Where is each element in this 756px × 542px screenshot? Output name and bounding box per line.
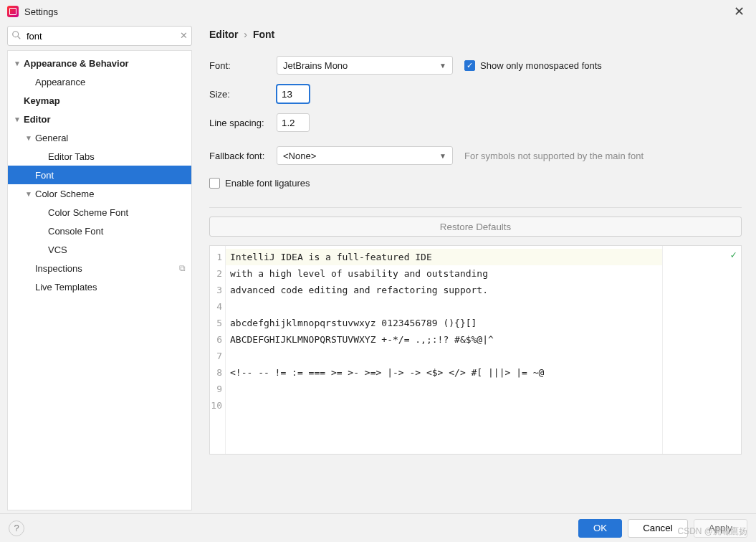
checkbox-icon (209, 178, 220, 189)
search-icon (11, 30, 21, 40)
chevron-down-icon: ▼ (12, 115, 22, 123)
svg-line-1 (18, 37, 21, 39)
settings-tree: ▼Appearance & BehaviorAppearanceKeymap▼E… (7, 50, 192, 510)
tree-item-label: Color Scheme (35, 189, 94, 199)
preview-line: IntelliJ IDEA is a full-featured IDE (226, 249, 662, 265)
check-icon: ✓ (731, 249, 737, 260)
search-wrap: ✕ (7, 26, 192, 46)
fallback-value: <None> (283, 151, 316, 161)
font-value: JetBrains Mono (283, 60, 348, 71)
gutter: 12345678910 (210, 246, 226, 454)
tree-item-label: Editor Tabs (48, 151, 95, 162)
chevron-down-icon: ▼ (439, 62, 446, 70)
tree-item-label: Editor (24, 114, 51, 125)
footer: ? OK Cancel Apply (0, 513, 756, 542)
preview-line: advanced code editing and refactoring su… (230, 282, 658, 298)
help-button[interactable]: ? (9, 520, 24, 536)
tree-item-label: Console Font (48, 226, 103, 237)
search-input[interactable] (7, 26, 192, 46)
font-label: Font: (209, 60, 277, 71)
titlebar: Settings ✕ (0, 0, 756, 23)
fallback-label: Fallback font: (209, 151, 277, 161)
tree-item-label: Color Scheme Font (48, 207, 128, 218)
tree-item-keymap[interactable]: Keymap (8, 91, 191, 110)
line-number: 9 (210, 381, 222, 397)
line-number: 6 (210, 331, 222, 348)
tree-item-inspections[interactable]: Inspections⧉ (8, 259, 191, 277)
tree-item-editor[interactable]: ▼Editor (8, 110, 191, 128)
window-title: Settings (24, 6, 58, 17)
preview-line (230, 298, 658, 315)
breadcrumb-current: Font (253, 29, 274, 40)
line-number: 10 (210, 397, 222, 414)
line-number: 2 (210, 265, 222, 282)
clear-icon[interactable]: ✕ (180, 30, 188, 41)
apply-button[interactable]: Apply (694, 519, 747, 538)
main-panel: Editor › Font Font: JetBrains Mono ▼ Sho… (198, 26, 749, 510)
size-input[interactable] (277, 85, 310, 103)
chevron-down-icon: ▼ (439, 152, 446, 160)
tree-item-font[interactable]: Font (8, 166, 191, 184)
tree-item-vcs[interactable]: VCS (8, 240, 191, 259)
line-number: 4 (210, 298, 222, 315)
show-monospaced-checkbox[interactable]: Show only monospaced fonts (464, 60, 602, 71)
font-dropdown[interactable]: JetBrains Mono ▼ (277, 56, 453, 75)
tree-item-color-scheme-font[interactable]: Color Scheme Font (8, 203, 191, 222)
restore-defaults-button[interactable]: Restore Defaults (209, 217, 742, 237)
tree-item-label: Appearance & Behavior (24, 58, 129, 69)
line-number: 1 (210, 249, 222, 265)
tree-item-label: Live Templates (35, 282, 97, 293)
checkbox-icon (464, 60, 475, 71)
cancel-button[interactable]: Cancel (628, 519, 688, 538)
close-icon[interactable]: ✕ (729, 2, 749, 21)
line-spacing-label: Line spacing: (209, 118, 277, 128)
divider (209, 207, 742, 208)
preview-code: IntelliJ IDEA is a full-featured IDEwith… (226, 246, 662, 454)
tree-item-editor-tabs[interactable]: Editor Tabs (8, 147, 191, 166)
tree-item-label: Font (35, 170, 54, 181)
size-label: Size: (209, 89, 277, 100)
fallback-hint: For symbols not supported by the main fo… (464, 151, 643, 161)
line-number: 5 (210, 315, 222, 331)
tree-item-label: Appearance (35, 77, 85, 87)
tree-item-general[interactable]: ▼General (8, 128, 191, 147)
sidebar: ✕ ▼Appearance & BehaviorAppearanceKeymap… (7, 26, 192, 510)
tree-item-label: Inspections (35, 263, 82, 274)
tree-item-label: Keymap (24, 95, 60, 106)
preview-line: ABCDEFGHIJKLMNOPQRSTUVWXYZ +-*/= .,;:!? … (230, 331, 658, 348)
preview-right-margin (662, 246, 741, 454)
line-spacing-input[interactable] (277, 113, 310, 132)
preview-line (230, 348, 658, 364)
tree-item-label: VCS (48, 244, 67, 255)
ligatures-checkbox[interactable]: Enable font ligatures (209, 178, 310, 189)
tree-item-appearance[interactable]: Appearance (8, 72, 191, 91)
tree-item-live-templates[interactable]: Live Templates (8, 277, 191, 296)
preview-line (230, 397, 658, 414)
svg-point-0 (13, 32, 19, 37)
chevron-right-icon: › (244, 29, 247, 40)
line-number: 3 (210, 282, 222, 298)
copy-icon: ⧉ (179, 263, 186, 273)
tree-item-color-scheme[interactable]: ▼Color Scheme (8, 184, 191, 203)
font-preview: 12345678910 IntelliJ IDEA is a full-feat… (209, 245, 742, 455)
chevron-down-icon: ▼ (12, 60, 22, 67)
preview-line: with a high level of usability and outst… (230, 265, 658, 282)
line-number: 7 (210, 348, 222, 364)
chevron-down-icon: ▼ (24, 134, 34, 142)
ok-button[interactable]: OK (578, 519, 622, 538)
tree-item-label: General (35, 133, 68, 143)
preview-line: <!-- -- != := === >= >- >=> |-> -> <$> <… (230, 364, 658, 381)
ligatures-label: Enable font ligatures (225, 178, 310, 189)
show-monospaced-label: Show only monospaced fonts (480, 60, 602, 71)
preview-line: abcdefghijklmnopqrstuvwxyz 0123456789 ()… (230, 315, 658, 331)
app-icon (7, 6, 19, 17)
breadcrumb: Editor › Font (209, 29, 742, 40)
tree-item-appearance-behavior[interactable]: ▼Appearance & Behavior (8, 54, 191, 72)
line-number: 8 (210, 364, 222, 381)
tree-item-console-font[interactable]: Console Font (8, 222, 191, 240)
fallback-dropdown[interactable]: <None> ▼ (277, 146, 453, 165)
preview-line (230, 381, 658, 397)
chevron-down-icon: ▼ (24, 190, 34, 198)
breadcrumb-parent: Editor (209, 29, 238, 40)
